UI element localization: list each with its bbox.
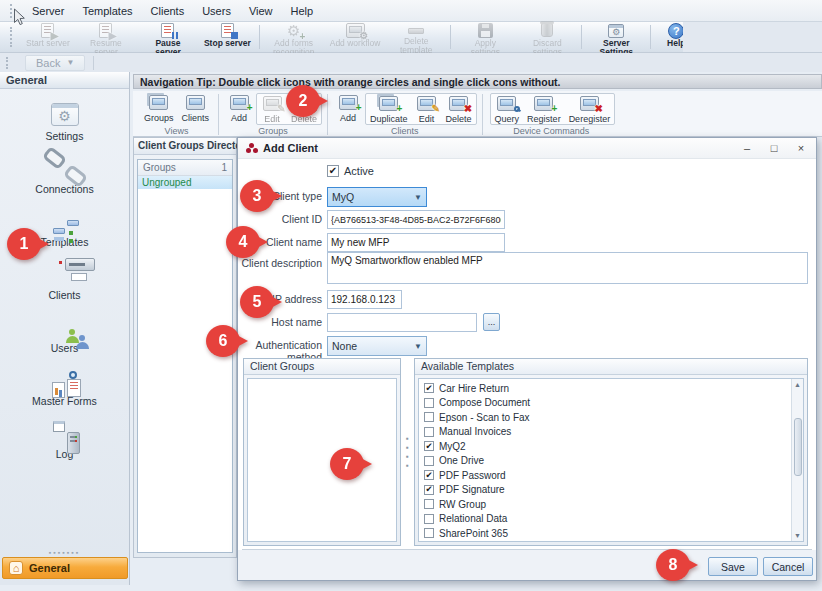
discard-settings-button[interactable]: Discard settings <box>516 22 578 52</box>
delete-icon: ✖ <box>449 96 468 113</box>
scroll-down-icon[interactable]: ▼ <box>792 530 804 541</box>
client-type-dropdown[interactable]: MyQ ▼ <box>327 187 427 207</box>
panel-title: Client Groups Directory <box>134 138 236 155</box>
template-row-car-hire-return[interactable]: Car Hire Return <box>419 381 803 396</box>
back-button[interactable]: Back ▼ <box>25 55 85 71</box>
clients-add-button[interactable]: +Add <box>333 93 363 125</box>
maximize-button[interactable]: □ <box>762 140 786 157</box>
server-settings-button[interactable]: ⚙Server Settings <box>585 22 647 52</box>
template-checkbox[interactable] <box>424 441 434 451</box>
add-forms-recognition-button[interactable]: ⚙+Add forms recognition <box>263 22 325 52</box>
app-logo-icon <box>246 148 251 153</box>
menu-clients[interactable]: Clients <box>142 2 194 20</box>
dialog-title: Add Client <box>263 142 735 154</box>
template-checkbox[interactable] <box>424 470 434 480</box>
groups-edit-button[interactable]: ✎Edit <box>257 94 287 124</box>
template-checkbox[interactable] <box>424 485 434 495</box>
template-checkbox[interactable] <box>424 412 434 422</box>
device-commands-query-button[interactable]: Query <box>491 94 524 124</box>
pause-server-button[interactable]: Pause server <box>137 22 199 52</box>
scrollbar-thumb[interactable] <box>794 418 802 476</box>
sidebar: General ⚙SettingsConnectionsTemplatesCli… <box>0 72 130 585</box>
template-row-manual-invoices[interactable]: Manual Invoices <box>419 425 803 440</box>
menu-help[interactable]: Help <box>282 2 323 20</box>
menu-view[interactable]: View <box>240 2 282 20</box>
views-clients-button[interactable]: Clients <box>178 93 214 125</box>
menu-server[interactable]: Server <box>23 2 73 20</box>
sidebar-item-master-forms[interactable]: Master Forms <box>0 365 129 407</box>
panel-splitter[interactable]: ▪▪▪▪ <box>403 358 412 546</box>
close-button[interactable]: × <box>789 140 813 157</box>
sidebar-item-log[interactable]: Log <box>0 418 129 460</box>
apply-settings-button[interactable]: Apply settings <box>454 22 516 52</box>
group-row-ungrouped[interactable]: Ungrouped <box>138 176 232 189</box>
template-label: Epson - Scan to Fax <box>439 412 530 423</box>
template-row-pdf-password[interactable]: PDF Password <box>419 468 803 483</box>
start-server-button[interactable]: ▶Start server <box>21 22 75 52</box>
sidebar-grip[interactable]: ▪▪▪▪▪▪▪ <box>0 549 129 556</box>
menu-templates[interactable]: Templates <box>73 2 141 20</box>
toolbar-filler <box>683 22 822 53</box>
clients-edit-button[interactable]: ✎Edit <box>412 94 442 124</box>
ribbon-group-caption: Clients <box>391 126 419 136</box>
views-groups-button[interactable]: Groups <box>140 93 178 125</box>
host-name-browse-button[interactable]: ... <box>483 313 500 331</box>
minimize-button[interactable]: – <box>735 140 759 157</box>
client-name-field[interactable] <box>327 233 505 252</box>
back-button-label: Back <box>36 57 60 69</box>
stop-server-button[interactable]: Stop server <box>199 22 256 52</box>
template-row-pdf-signature[interactable]: PDF Signature <box>419 483 803 498</box>
device-commands-deregister-button[interactable]: ✖Deregister <box>565 94 615 124</box>
sidebar-item-users[interactable]: Users <box>0 312 129 354</box>
templates-scrollbar[interactable]: ▲ ▼ <box>791 379 803 541</box>
template-row-rw-group[interactable]: RW Group <box>419 497 803 512</box>
template-checkbox[interactable] <box>424 383 434 393</box>
sidebar-item-clients[interactable]: Clients <box>0 259 129 301</box>
device-commands-register-button[interactable]: +Register <box>523 94 565 124</box>
template-checkbox[interactable] <box>424 398 434 408</box>
template-checkbox[interactable] <box>424 514 434 524</box>
template-row-compose-document[interactable]: Compose Document <box>419 396 803 411</box>
authentication-method-dropdown[interactable]: None ▼ <box>327 336 427 356</box>
toolbar-separator <box>259 25 260 49</box>
apply-settings-icon <box>478 23 493 40</box>
group-rows: Ungrouped <box>138 176 232 189</box>
application-window: ServerTemplatesClientsUsersViewHelp ▶Sta… <box>0 0 822 591</box>
template-row-sharepoint-365[interactable]: SharePoint 365 <box>419 526 803 541</box>
template-checkbox[interactable] <box>424 528 434 538</box>
template-row-volvo[interactable]: Volvo <box>419 541 803 543</box>
scroll-up-icon[interactable]: ▲ <box>792 379 804 390</box>
template-checkbox[interactable] <box>424 499 434 509</box>
client-groups-list[interactable] <box>247 378 397 542</box>
settings-icon: ⚙ <box>51 103 79 126</box>
template-row-epson-scan-to-fax[interactable]: Epson - Scan to Fax <box>419 410 803 425</box>
add-workflow-button[interactable]: ⚙Add workflow <box>325 22 386 52</box>
home-icon: ⌂ <box>9 561 23 575</box>
client-description-field[interactable]: MyQ Smartworkflow enabled MFP <box>327 252 808 284</box>
sidebar-item-connections[interactable]: Connections <box>0 153 129 195</box>
save-button[interactable]: Save <box>708 557 758 576</box>
active-checkbox[interactable] <box>327 165 339 177</box>
template-rows: Car Hire ReturnCompose DocumentEpson - S… <box>419 379 803 542</box>
sidebar-footer-general[interactable]: ⌂ General <box>2 557 128 579</box>
clients-duplicate-button[interactable]: +Duplicate <box>366 94 412 124</box>
ip-address-field[interactable] <box>327 290 402 309</box>
groups-add-button[interactable]: +Add <box>224 93 254 125</box>
menu-users[interactable]: Users <box>193 2 240 20</box>
ribbon-separator <box>482 94 483 135</box>
delete-template-button[interactable]: Delete template <box>385 22 447 52</box>
edit-icon: ✎ <box>417 96 436 113</box>
host-name-field[interactable] <box>327 313 477 332</box>
template-row-relational-data[interactable]: Relational Data <box>419 512 803 527</box>
dialog-title-bar[interactable]: Add Client – □ × <box>238 138 816 159</box>
cancel-button[interactable]: Cancel <box>763 557 813 576</box>
client-id-field[interactable] <box>327 210 505 229</box>
clients-ribbon-toolbar: GroupsClientsViews+Add✎Edit✖DeleteGroups… <box>133 91 822 137</box>
template-checkbox[interactable] <box>424 427 434 437</box>
sidebar-item-settings[interactable]: ⚙Settings <box>0 100 129 142</box>
template-checkbox[interactable] <box>424 456 434 466</box>
template-row-myq2[interactable]: MyQ2 <box>419 439 803 454</box>
template-row-one-drive[interactable]: One Drive <box>419 454 803 469</box>
clients-delete-button[interactable]: ✖Delete <box>442 94 476 124</box>
resume-server-button[interactable]: ▶Resume server <box>75 22 137 52</box>
